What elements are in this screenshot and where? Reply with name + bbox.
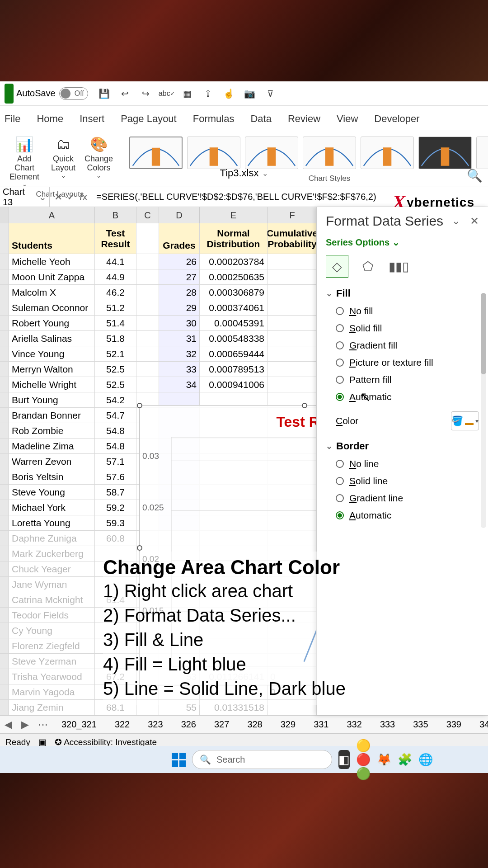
grid-icon[interactable]: ▦ [178, 85, 197, 103]
instruction-step: 2) Format Data Series... [103, 603, 446, 627]
sheet-nav-more[interactable]: ⋯ [38, 719, 48, 731]
series-options-dropdown[interactable]: Series Options⌄ [326, 237, 479, 248]
chevron-down-icon[interactable]: ⌄ [452, 215, 460, 227]
series-options-tab-icon[interactable]: ▮▮▯ [387, 255, 410, 278]
sheet-nav-prev[interactable]: ◀ [5, 719, 12, 731]
sheet-tab[interactable]: 328 [243, 717, 267, 731]
chrome-icon[interactable]: 🟡🔴🟢 [356, 750, 371, 769]
fill-section-header[interactable]: ⌄Fill [326, 288, 479, 299]
chart-style-thumb[interactable] [129, 137, 183, 169]
fill-and-line-tab-icon[interactable]: ◇ [326, 255, 348, 278]
svg-rect-1 [210, 147, 218, 166]
sheet-tab[interactable]: 329 [276, 717, 300, 731]
sheet-nav-next[interactable]: ▶ [21, 719, 29, 731]
cancel-formula-icon[interactable]: ✕ [54, 191, 62, 203]
chart-style-thumb[interactable] [361, 137, 414, 169]
col-header[interactable]: B [95, 207, 136, 223]
radio-dot-icon [336, 511, 344, 519]
instruction-step: 4) Fill = Light blue [103, 652, 446, 676]
radio-option[interactable]: Solid line [336, 476, 479, 486]
windows-start-button[interactable] [172, 750, 186, 769]
radio-option[interactable]: Gradient line [336, 493, 479, 504]
chart-style-thumb[interactable] [303, 137, 356, 169]
sheet-tab[interactable]: 322 [110, 717, 134, 731]
chart-style-thumb[interactable] [187, 137, 240, 169]
add-chart-element-button[interactable]: 📊 Add Chart Element⌄ [5, 133, 44, 190]
tab-review[interactable]: Review [286, 109, 322, 128]
radio-option[interactable]: Gradient fill [336, 340, 479, 351]
radio-dot-icon [336, 376, 344, 384]
sheet-tab[interactable]: 340 [475, 717, 488, 731]
radio-dot-icon [336, 477, 344, 485]
tab-page-layout[interactable]: Page Layout [119, 109, 178, 128]
header-cumulative: Cumulative Probability [267, 223, 317, 254]
chart-styles-gallery[interactable] [125, 133, 488, 174]
instruction-title: Change Area Chart Color [103, 556, 446, 579]
redo-icon[interactable]: ↪ [137, 85, 155, 103]
autosave-pill[interactable]: Off [59, 87, 88, 100]
enter-formula-icon[interactable]: ✓ [67, 191, 75, 203]
search-icon[interactable]: 🔍 [467, 168, 483, 183]
chart-style-thumb[interactable] [476, 137, 488, 169]
add-chart-element-icon: 📊 [14, 135, 34, 155]
fx-icon[interactable]: fx [80, 191, 87, 203]
camera-icon[interactable]: 📷 [241, 85, 259, 103]
close-icon[interactable]: ✕ [470, 215, 479, 227]
qat-overflow-icon[interactable]: ⊽ [262, 85, 280, 103]
sheet-tab[interactable]: 320_321 [57, 717, 101, 731]
touch-mode-icon[interactable]: ☝ [220, 85, 238, 103]
tab-insert[interactable]: Insert [78, 109, 106, 128]
firefox-icon[interactable]: 🦊 [377, 750, 391, 769]
sheet-tab[interactable]: 323 [143, 717, 167, 731]
radio-option[interactable]: No line [336, 458, 479, 469]
radio-option[interactable]: No fill [336, 306, 479, 316]
color-picker-button[interactable]: 🪣▾ [451, 411, 479, 430]
excel-app-icon[interactable] [5, 84, 14, 104]
radio-option[interactable]: Picture or texture fill [336, 357, 479, 368]
chart-style-thumb[interactable] [418, 137, 472, 169]
sheet-tab[interactable]: 332 [343, 717, 366, 731]
tab-formulas[interactable]: Formulas [191, 109, 236, 128]
edge-icon[interactable]: 🌐 [418, 750, 433, 769]
radio-option[interactable]: Pattern fill [336, 374, 479, 385]
task-view-icon[interactable]: ◧ [338, 750, 350, 769]
quick-layout-button[interactable]: 🗂 Quick Layout⌄ [48, 133, 79, 190]
chart-style-thumb[interactable] [245, 137, 298, 169]
share-icon[interactable]: ⇪ [199, 85, 217, 103]
col-header[interactable]: F [267, 207, 317, 223]
instruction-overlay: Change Area Chart Color 1) Right click a… [103, 552, 446, 705]
svg-rect-5 [441, 147, 450, 166]
tab-data[interactable]: Data [249, 109, 273, 128]
spellcheck-icon[interactable]: abc✓ [158, 85, 176, 103]
sheet-tab[interactable]: 327 [210, 717, 234, 731]
header-students: Students [9, 223, 95, 254]
radio-dot-icon [336, 324, 344, 332]
effects-tab-icon[interactable]: ⬠ [357, 255, 379, 278]
tab-home[interactable]: Home [35, 109, 65, 128]
col-header[interactable]: C [136, 207, 159, 223]
sheet-tab[interactable]: 335 [408, 717, 432, 731]
tab-developer[interactable]: Developer [372, 109, 421, 128]
border-section-header[interactable]: ⌄Border [326, 440, 479, 452]
sheet-tab[interactable]: 339 [442, 717, 466, 731]
pane-scrollbar[interactable] [481, 293, 486, 528]
sheet-tab[interactable]: 331 [309, 717, 333, 731]
sheet-tab[interactable]: 333 [375, 717, 399, 731]
radio-option[interactable]: Automatic [336, 392, 479, 402]
app-icon[interactable]: 🧩 [398, 750, 412, 769]
save-icon[interactable]: 💾 [95, 85, 113, 103]
undo-icon[interactable]: ↩ [116, 85, 134, 103]
tab-file[interactable]: File [3, 109, 22, 128]
radio-option[interactable]: Solid fill [336, 323, 479, 334]
chevron-down-icon: ⌄ [262, 169, 268, 178]
col-header[interactable]: A [9, 207, 95, 223]
sheet-tab[interactable]: 326 [177, 717, 201, 731]
col-header[interactable]: D [159, 207, 200, 223]
change-colors-button[interactable]: 🎨 Change Colors⌄ [82, 133, 115, 190]
tab-view[interactable]: View [335, 109, 360, 128]
name-box[interactable]: Chart 13⌄ [0, 187, 50, 208]
radio-option[interactable]: Automatic [336, 510, 479, 521]
taskbar-search[interactable]: 🔍 Search [192, 750, 332, 769]
autosave-toggle[interactable]: AutoSave Off [16, 87, 88, 100]
col-header[interactable]: E [200, 207, 267, 223]
